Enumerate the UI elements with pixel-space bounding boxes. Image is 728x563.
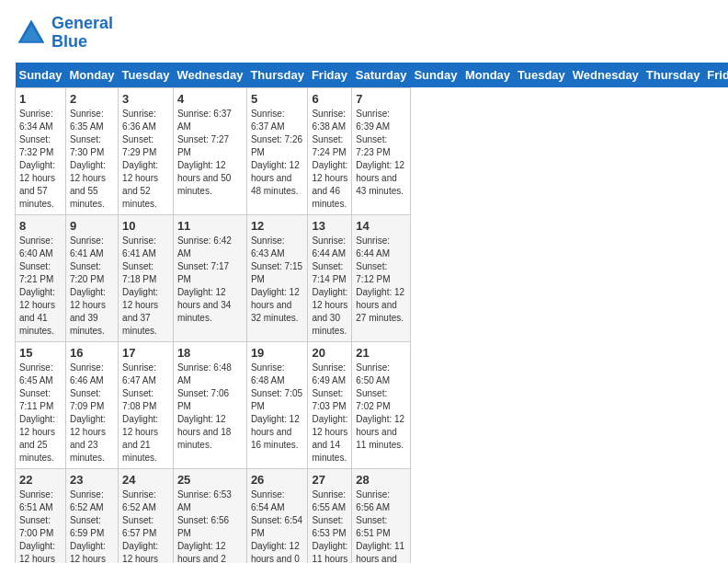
day-number: 3 xyxy=(122,92,169,106)
day-number: 8 xyxy=(19,219,62,233)
day-info: Sunrise: 6:46 AMSunset: 7:09 PMDaylight:… xyxy=(70,362,114,465)
day-info: Sunrise: 6:36 AMSunset: 7:29 PMDaylight:… xyxy=(122,108,169,211)
day-number: 24 xyxy=(122,473,169,487)
logo-text: General Blue xyxy=(51,15,113,52)
day-number: 15 xyxy=(19,346,62,360)
column-header-monday: Monday xyxy=(461,63,514,88)
column-header-tuesday: Tuesday xyxy=(119,63,174,88)
day-info: Sunrise: 6:50 AMSunset: 7:02 PMDaylight:… xyxy=(356,362,406,452)
day-number: 1 xyxy=(19,92,62,106)
day-info: Sunrise: 6:39 AMSunset: 7:23 PMDaylight:… xyxy=(356,108,406,198)
day-info: Sunrise: 6:37 AMSunset: 7:26 PMDaylight:… xyxy=(251,108,304,198)
calendar-table: SundayMondayTuesdayWednesdayThursdayFrid… xyxy=(15,63,728,563)
day-number: 16 xyxy=(70,346,114,360)
calendar-cell: 12Sunrise: 6:43 AMSunset: 7:15 PMDayligh… xyxy=(246,214,308,341)
column-header-monday: Monday xyxy=(65,63,118,88)
calendar-cell: 5Sunrise: 6:37 AMSunset: 7:26 PMDaylight… xyxy=(246,87,308,214)
calendar-cell: 4Sunrise: 6:37 AMSunset: 7:27 PMDaylight… xyxy=(173,87,246,214)
column-header-sunday: Sunday xyxy=(410,63,461,88)
calendar-cell: 21Sunrise: 6:50 AMSunset: 7:02 PMDayligh… xyxy=(352,341,411,468)
day-info: Sunrise: 6:55 AMSunset: 6:53 PMDaylight:… xyxy=(312,488,347,563)
day-number: 19 xyxy=(251,346,304,360)
day-info: Sunrise: 6:48 AMSunset: 7:06 PMDaylight:… xyxy=(177,362,243,452)
day-info: Sunrise: 6:45 AMSunset: 7:11 PMDaylight:… xyxy=(19,362,62,465)
day-number: 2 xyxy=(70,92,114,106)
day-number: 11 xyxy=(177,219,243,233)
day-number: 4 xyxy=(177,92,243,106)
day-info: Sunrise: 6:48 AMSunset: 7:05 PMDaylight:… xyxy=(251,362,304,452)
column-header-friday: Friday xyxy=(703,63,728,88)
logo-icon xyxy=(15,17,48,50)
day-info: Sunrise: 6:34 AMSunset: 7:32 PMDaylight:… xyxy=(19,108,62,211)
calendar-cell: 7Sunrise: 6:39 AMSunset: 7:23 PMDaylight… xyxy=(352,87,411,214)
column-header-friday: Friday xyxy=(308,63,352,88)
day-number: 27 xyxy=(312,473,347,487)
calendar-cell: 28Sunrise: 6:56 AMSunset: 6:51 PMDayligh… xyxy=(352,468,411,563)
day-info: Sunrise: 6:56 AMSunset: 6:51 PMDaylight:… xyxy=(356,488,406,563)
day-number: 21 xyxy=(356,346,406,360)
column-header-wednesday: Wednesday xyxy=(173,63,246,88)
calendar-cell: 10Sunrise: 6:41 AMSunset: 7:18 PMDayligh… xyxy=(119,214,174,341)
day-number: 23 xyxy=(70,473,114,487)
column-header-thursday: Thursday xyxy=(643,63,704,88)
day-info: Sunrise: 6:54 AMSunset: 6:54 PMDaylight:… xyxy=(251,488,304,563)
column-header-thursday: Thursday xyxy=(246,63,308,88)
calendar-cell: 27Sunrise: 6:55 AMSunset: 6:53 PMDayligh… xyxy=(308,468,352,563)
day-number: 25 xyxy=(177,473,243,487)
day-info: Sunrise: 6:37 AMSunset: 7:27 PMDaylight:… xyxy=(177,108,243,198)
day-info: Sunrise: 6:47 AMSunset: 7:08 PMDaylight:… xyxy=(122,362,169,465)
column-header-wednesday: Wednesday xyxy=(569,63,643,88)
day-number: 26 xyxy=(251,473,304,487)
calendar-cell: 19Sunrise: 6:48 AMSunset: 7:05 PMDayligh… xyxy=(246,341,308,468)
calendar-cell: 22Sunrise: 6:51 AMSunset: 7:00 PMDayligh… xyxy=(16,468,66,563)
day-number: 7 xyxy=(356,92,406,106)
calendar-cell: 6Sunrise: 6:38 AMSunset: 7:24 PMDaylight… xyxy=(308,87,352,214)
day-info: Sunrise: 6:44 AMSunset: 7:12 PMDaylight:… xyxy=(356,235,406,325)
calendar-cell: 9Sunrise: 6:41 AMSunset: 7:20 PMDaylight… xyxy=(65,214,118,341)
calendar-week-4: 22Sunrise: 6:51 AMSunset: 7:00 PMDayligh… xyxy=(16,468,729,563)
day-info: Sunrise: 6:38 AMSunset: 7:24 PMDaylight:… xyxy=(312,108,347,211)
day-info: Sunrise: 6:41 AMSunset: 7:18 PMDaylight:… xyxy=(122,235,169,338)
day-info: Sunrise: 6:44 AMSunset: 7:14 PMDaylight:… xyxy=(312,235,347,338)
logo: General Blue xyxy=(15,15,113,52)
day-info: Sunrise: 6:43 AMSunset: 7:15 PMDaylight:… xyxy=(251,235,304,325)
day-number: 20 xyxy=(312,346,347,360)
calendar-cell: 13Sunrise: 6:44 AMSunset: 7:14 PMDayligh… xyxy=(308,214,352,341)
calendar-cell: 11Sunrise: 6:42 AMSunset: 7:17 PMDayligh… xyxy=(173,214,246,341)
day-info: Sunrise: 6:41 AMSunset: 7:20 PMDaylight:… xyxy=(70,235,114,338)
day-info: Sunrise: 6:42 AMSunset: 7:17 PMDaylight:… xyxy=(177,235,243,325)
calendar-cell: 8Sunrise: 6:40 AMSunset: 7:21 PMDaylight… xyxy=(16,214,66,341)
calendar-cell: 20Sunrise: 6:49 AMSunset: 7:03 PMDayligh… xyxy=(308,341,352,468)
calendar-cell: 1Sunrise: 6:34 AMSunset: 7:32 PMDaylight… xyxy=(16,87,66,214)
day-number: 17 xyxy=(122,346,169,360)
calendar-cell: 24Sunrise: 6:52 AMSunset: 6:57 PMDayligh… xyxy=(119,468,174,563)
day-info: Sunrise: 6:52 AMSunset: 6:57 PMDaylight:… xyxy=(122,488,169,563)
day-number: 18 xyxy=(177,346,243,360)
day-number: 9 xyxy=(70,219,114,233)
calendar-header-row: SundayMondayTuesdayWednesdayThursdayFrid… xyxy=(16,63,729,88)
column-header-saturday: Saturday xyxy=(352,63,411,88)
calendar-cell: 3Sunrise: 6:36 AMSunset: 7:29 PMDaylight… xyxy=(119,87,174,214)
calendar-cell: 23Sunrise: 6:52 AMSunset: 6:59 PMDayligh… xyxy=(65,468,118,563)
calendar-week-3: 15Sunrise: 6:45 AMSunset: 7:11 PMDayligh… xyxy=(16,341,729,468)
page-header: General Blue xyxy=(15,15,713,52)
day-number: 12 xyxy=(251,219,304,233)
calendar-week-1: 1Sunrise: 6:34 AMSunset: 7:32 PMDaylight… xyxy=(16,87,729,214)
day-number: 14 xyxy=(356,219,406,233)
calendar-cell: 17Sunrise: 6:47 AMSunset: 7:08 PMDayligh… xyxy=(119,341,174,468)
day-number: 22 xyxy=(19,473,62,487)
day-info: Sunrise: 6:52 AMSunset: 6:59 PMDaylight:… xyxy=(70,488,114,563)
calendar-cell: 16Sunrise: 6:46 AMSunset: 7:09 PMDayligh… xyxy=(65,341,118,468)
calendar-cell: 26Sunrise: 6:54 AMSunset: 6:54 PMDayligh… xyxy=(246,468,308,563)
day-number: 5 xyxy=(251,92,304,106)
day-info: Sunrise: 6:35 AMSunset: 7:30 PMDaylight:… xyxy=(70,108,114,211)
calendar-cell: 18Sunrise: 6:48 AMSunset: 7:06 PMDayligh… xyxy=(173,341,246,468)
day-number: 28 xyxy=(356,473,406,487)
column-header-sunday: Sunday xyxy=(16,63,66,88)
day-info: Sunrise: 6:51 AMSunset: 7:00 PMDaylight:… xyxy=(19,488,62,563)
calendar-cell: 25Sunrise: 6:53 AMSunset: 6:56 PMDayligh… xyxy=(173,468,246,563)
day-info: Sunrise: 6:49 AMSunset: 7:03 PMDaylight:… xyxy=(312,362,347,465)
calendar-cell: 2Sunrise: 6:35 AMSunset: 7:30 PMDaylight… xyxy=(65,87,118,214)
day-number: 10 xyxy=(122,219,169,233)
day-number: 13 xyxy=(312,219,347,233)
